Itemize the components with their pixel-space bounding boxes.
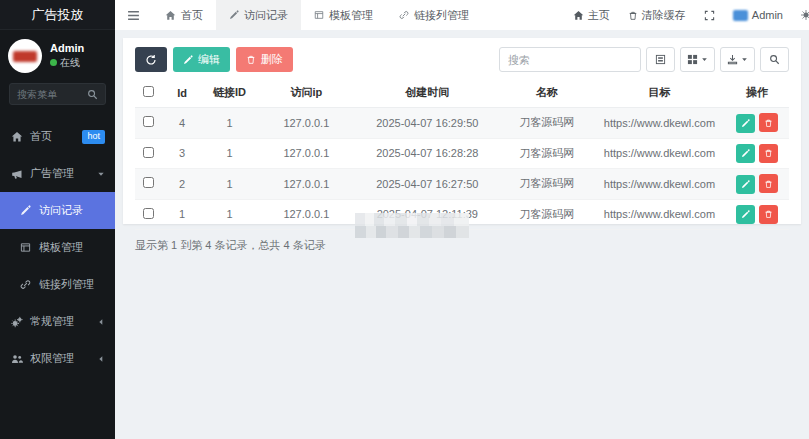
table-tools	[499, 47, 789, 72]
app-window: 广告投放 Admin 在线 首页 hot 广告管理	[0, 0, 809, 439]
records-table: Id 链接ID 访问ip 创建时间 名称 目标 操作 4	[135, 79, 789, 230]
hot-badge: hot	[82, 130, 105, 144]
clear-cache-link[interactable]: 清除缓存	[619, 8, 695, 23]
sidebar-item-label: 访问记录	[39, 203, 83, 218]
user-menu[interactable]: Admin	[724, 9, 792, 21]
delete-button[interactable]: 删除	[236, 47, 293, 72]
row-delete-button[interactable]	[759, 174, 778, 193]
sidebar: 广告投放 Admin 在线 首页 hot 广告管理	[0, 0, 115, 439]
sidebar-item-home[interactable]: 首页 hot	[0, 118, 115, 155]
users-icon	[10, 353, 23, 365]
tab-templates[interactable]: 模板管理	[301, 0, 386, 30]
sidebar-item-ads[interactable]: 广告管理	[0, 155, 115, 192]
tab-label: 访问记录	[244, 8, 288, 23]
sidebar-item-label: 常规管理	[30, 314, 74, 329]
sidebar-item-general[interactable]: 常规管理	[0, 303, 115, 340]
caret-down-icon	[741, 56, 748, 63]
home-page-link[interactable]: 主页	[564, 8, 619, 23]
link-icon	[399, 10, 409, 20]
row-edit-button[interactable]	[736, 175, 755, 194]
columns-dropdown-button[interactable]	[680, 47, 715, 72]
ad-icon	[10, 168, 23, 180]
template-icon	[19, 242, 32, 253]
toggle-view-button[interactable]	[646, 47, 675, 72]
sidebar-item-label: 首页	[30, 129, 52, 144]
fullscreen-button[interactable]	[695, 10, 724, 21]
pencil-icon	[19, 205, 32, 216]
blurred-watermark	[355, 213, 469, 238]
expand-icon	[704, 10, 715, 21]
avatar-logo	[13, 51, 37, 62]
row-checkbox[interactable]	[143, 177, 154, 188]
row-delete-button[interactable]	[759, 113, 778, 132]
table-search-input[interactable]	[499, 47, 641, 72]
hamburger-icon[interactable]	[115, 9, 152, 22]
gear-icon[interactable]	[792, 9, 809, 21]
chevron-down-icon	[97, 170, 105, 178]
user-status: 在线	[50, 56, 84, 70]
chevron-left-icon	[97, 318, 105, 326]
table-toolbar: 编辑 删除	[135, 47, 789, 72]
home-icon	[10, 131, 23, 143]
template-icon	[314, 10, 324, 20]
avatar	[8, 39, 42, 73]
sidebar-search[interactable]	[9, 83, 106, 105]
table-row: 2 1 127.0.0.1 2025-04-07 16:27:50 刀客源码网 …	[135, 169, 789, 200]
sidebar-item-templates[interactable]: 模板管理	[0, 229, 115, 266]
sidebar-item-label: 权限管理	[30, 351, 74, 366]
table-row: 3 1 127.0.0.1 2025-04-07 16:28:28 刀客源码网 …	[135, 138, 789, 169]
tab-label: 链接列管理	[414, 8, 469, 23]
tab-label: 模板管理	[329, 8, 373, 23]
row-edit-button[interactable]	[736, 114, 755, 133]
table-header-row: Id 链接ID 访问ip 创建时间 名称 目标 操作	[135, 79, 789, 108]
refresh-button[interactable]	[135, 47, 167, 72]
user-panel: Admin 在线	[0, 30, 115, 80]
row-checkbox[interactable]	[143, 116, 154, 127]
username: Admin	[752, 9, 783, 21]
content-area: 编辑 删除	[115, 30, 809, 439]
search-icon	[87, 89, 98, 100]
topbar: 首页 访问记录 模板管理 链接列管理 主页 清	[115, 0, 809, 30]
row-delete-button[interactable]	[759, 205, 778, 224]
sidebar-item-visit-records[interactable]: 访问记录	[0, 192, 115, 229]
home-icon	[573, 10, 584, 21]
sidebar-item-label: 广告管理	[30, 166, 74, 181]
col-link-id: 链接ID	[202, 79, 258, 108]
col-created: 创建时间	[355, 79, 499, 108]
col-id: Id	[162, 79, 201, 108]
tab-label: 首页	[181, 8, 203, 23]
pagination-summary: 显示第 1 到第 4 条记录，总共 4 条记录	[135, 238, 789, 253]
sidebar-item-label: 链接列管理	[39, 277, 94, 292]
table-row: 4 1 127.0.0.1 2025-04-07 16:29:50 刀客源码网 …	[135, 108, 789, 139]
col-target: 目标	[594, 79, 725, 108]
sidebar-menu: 首页 hot 广告管理 访问记录 模板管理 链接列管理	[0, 114, 115, 439]
row-delete-button[interactable]	[759, 144, 778, 163]
row-checkbox[interactable]	[143, 208, 154, 219]
table-card: 编辑 删除	[123, 38, 801, 224]
topbar-right: 主页 清除缓存 Admin	[564, 0, 809, 30]
sidebar-item-link-columns[interactable]: 链接列管理	[0, 266, 115, 303]
col-ip: 访问ip	[257, 79, 355, 108]
select-all-checkbox[interactable]	[143, 86, 154, 97]
home-icon	[165, 10, 176, 21]
edit-button[interactable]: 编辑	[173, 47, 230, 72]
tab-visit-records[interactable]: 访问记录	[216, 0, 301, 30]
row-checkbox[interactable]	[143, 147, 154, 158]
col-actions: 操作	[725, 79, 789, 108]
sidebar-item-label: 模板管理	[39, 240, 83, 255]
advanced-search-button[interactable]	[760, 47, 789, 72]
tab-link-columns[interactable]: 链接列管理	[386, 0, 482, 30]
pencil-icon	[229, 10, 239, 20]
tab-home[interactable]: 首页	[152, 0, 216, 30]
row-edit-button[interactable]	[736, 144, 755, 163]
export-dropdown-button[interactable]	[720, 47, 755, 72]
row-edit-button[interactable]	[736, 205, 755, 224]
link-icon	[19, 279, 32, 290]
sidebar-item-permissions[interactable]: 权限管理	[0, 340, 115, 377]
main-area: 首页 访问记录 模板管理 链接列管理 主页 清	[115, 0, 809, 439]
online-dot	[50, 59, 57, 66]
caret-down-icon	[701, 56, 708, 63]
user-avatar	[733, 10, 748, 21]
sidebar-search-input[interactable]	[17, 89, 87, 100]
col-name: 名称	[499, 79, 594, 108]
